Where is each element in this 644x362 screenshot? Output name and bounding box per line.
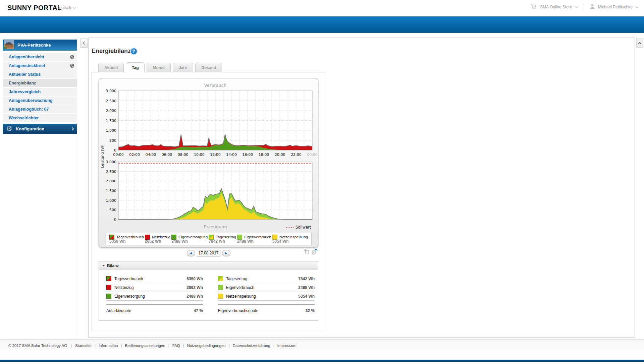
sidebar-item-anlagen-bersicht[interactable]: Anlagenübersicht: [3, 53, 77, 61]
legend-value: 7842 Wh: [209, 239, 236, 244]
sidebar-item-anlagensteckbrief[interactable]: Anlagensteckbrief: [3, 61, 77, 70]
legend-entry-netzbezug: Netzbezug2862 Wh: [145, 235, 170, 244]
user-menu[interactable]: Michael Perlitschke: [598, 5, 633, 9]
legend-value: 2862 Wh: [145, 239, 170, 244]
scroll-top-button[interactable]: [636, 39, 643, 48]
bilanz-body: Tagesverbrauch5350 WhNetzbezug2862 WhEig…: [99, 270, 318, 275]
bilanz-color-icon: [218, 276, 223, 281]
date-input[interactable]: [197, 250, 220, 256]
chevron-up-icon: [638, 42, 642, 46]
bilanz-value: 2488 Wh: [298, 285, 315, 290]
next-day-button[interactable]: ▶: [222, 250, 230, 256]
summary-label: Eigenverbrauchsquote: [218, 308, 306, 313]
bilanz-label: Eigenversorgung: [114, 294, 183, 299]
svg-text:1.000: 1.000: [106, 198, 117, 203]
bilanz-row-eigenversorgung: Eigenversorgung2488 Wh: [106, 292, 203, 301]
export-icon[interactable]: [303, 249, 309, 256]
sidebar-item-wechselrichter[interactable]: Wechselrichter: [3, 114, 77, 122]
legend-label: Netzbezug: [152, 235, 170, 239]
footer-separator: |: [95, 344, 96, 348]
svg-text:500: 500: [109, 208, 116, 212]
language-label: Deutsch: [56, 5, 71, 10]
footer-separator: |: [168, 344, 169, 348]
svg-text:20:00: 20:00: [275, 153, 285, 157]
sidebar-item-jahresvergleich[interactable]: Jahresvergleich: [3, 87, 77, 96]
bilanz-value: 5350 Wh: [186, 277, 203, 281]
language-selector[interactable]: Deutsch: [56, 5, 75, 10]
footer-separator: |: [273, 344, 274, 348]
divider: [584, 4, 584, 10]
sidebar-item-label: Anlagensteckbrief: [9, 63, 45, 68]
svg-text:10:00: 10:00: [194, 153, 205, 157]
footer-link-nutzungsbedingungen[interactable]: Nutzungsbedingungen: [187, 344, 226, 348]
cart-icon: [531, 4, 537, 10]
tab-gesamt[interactable]: Gesamt: [195, 63, 222, 72]
sollwert-legend: Sollwert: [286, 225, 311, 230]
chevron-down-icon: [575, 5, 578, 8]
svg-text:16:00: 16:00: [242, 153, 253, 157]
tab-tag[interactable]: Tag: [126, 62, 145, 72]
svg-text:2.500: 2.500: [106, 99, 117, 103]
tab-aktuell[interactable]: Aktuell: [98, 63, 124, 72]
svg-text:1.500: 1.500: [106, 119, 117, 123]
user-icon: [590, 4, 595, 10]
sidebar-item-anlagen-berwachung[interactable]: Anlagenüberwachung: [3, 96, 77, 105]
legend-label: Eigenversorgung: [178, 235, 208, 239]
bilanz-header[interactable]: Bilanz: [99, 261, 318, 270]
footer-link-impressum[interactable]: Impressum: [277, 344, 297, 348]
sidebar-item-label: Wechselrichter: [9, 116, 39, 120]
legend-label: Tagesertrag: [216, 235, 236, 239]
svg-text:06:00: 06:00: [162, 153, 172, 157]
svg-text:Verbrauch: Verbrauch: [204, 83, 226, 88]
svg-text:500: 500: [109, 138, 116, 143]
bilanz-color-icon: [106, 285, 111, 290]
svg-text:0: 0: [114, 148, 116, 153]
legend-entry-eigenverbrauch: Eigenverbrauch2488 Wh: [237, 235, 271, 244]
svg-text:Erzeugung: Erzeugung: [204, 224, 227, 229]
footer-link-bedienungsanleitungen[interactable]: Bedienungsanleitungen: [125, 344, 165, 348]
svg-text:04:00: 04:00: [145, 153, 156, 157]
legend-entry-netzeinspeisung: Netzeinspeisung5354 Wh: [272, 235, 308, 244]
previous-day-button[interactable]: ◀: [187, 250, 195, 256]
y-axis-label: Leistung [W]: [100, 144, 105, 168]
footer-link-faq[interactable]: FAQ: [172, 344, 180, 348]
footer-link-information[interactable]: Information: [99, 344, 118, 348]
bilanz-label: Netzbezug: [114, 285, 183, 290]
help-icon[interactable]: ?: [131, 48, 137, 54]
plant-name: PVA-Perlitschke: [17, 43, 51, 48]
bilanz-summary-autarkiequote: Autarkiequote47 %: [106, 304, 203, 313]
legend-entry-tagesertrag: Tagesertrag7842 Wh: [209, 235, 236, 244]
copyright-text: © 2017 SMA Solar Technology AG: [8, 344, 67, 348]
footer-link-startseite[interactable]: Startseite: [75, 344, 92, 348]
sidebar-item-konfiguration[interactable]: ⚙ Konfiguration: [3, 124, 77, 134]
sidebar-divider: [77, 33, 77, 338]
bilanz-color-icon: [106, 294, 111, 299]
footer-separator: |: [229, 344, 230, 348]
footer-separator: |: [71, 344, 72, 348]
sidebar-item-anlagenlogbuch-67[interactable]: Anlagenlogbuch: 67: [3, 105, 77, 113]
svg-text:3.000: 3.000: [106, 160, 117, 164]
store-menu[interactable]: SMA Online Store: [540, 5, 572, 9]
sidebar-item-energiebilanz[interactable]: Energiebilanz: [3, 79, 77, 87]
sidebar-collapse-button[interactable]: [80, 39, 88, 48]
tab-monat[interactable]: Monat: [147, 63, 170, 72]
svg-text:08:00: 08:00: [178, 153, 189, 157]
energy-chart-panel: 3.0002.5002.0001.5001.000500000:0002:000…: [99, 78, 318, 247]
tab-jahr[interactable]: Jahr: [173, 63, 193, 72]
sidebar-item-aktueller-status[interactable]: Aktueller Status: [3, 70, 77, 78]
footer-link-datenschutzerkl-rung[interactable]: Datenschutzerklärung: [233, 344, 270, 348]
sidebar: PVA-Perlitschke AnlagenübersichtAnlagens…: [3, 40, 77, 134]
energy-charts: 3.0002.5002.0001.5001.000500000:0002:000…: [99, 78, 318, 247]
sidebar-item-label: Energiebilanz: [9, 81, 36, 85]
bilanz-right-column: Tagesertrag7842 WhEigenverbrauch2488 WhN…: [218, 275, 315, 313]
chevron-left-icon: [83, 42, 86, 45]
bottom-divider: [0, 359, 644, 359]
chart-settings-icon[interactable]: ⚙: [311, 249, 317, 256]
svg-text:1.500: 1.500: [106, 189, 117, 193]
sidebar-item-label: Jahresvergleich: [9, 89, 41, 94]
sidebar-plant-header[interactable]: PVA-Perlitschke: [3, 40, 77, 51]
banner-bar: [0, 16, 644, 33]
legend-value: 5354 Wh: [272, 239, 308, 244]
globe-icon: [70, 64, 74, 68]
svg-text:14:00: 14:00: [226, 153, 237, 157]
